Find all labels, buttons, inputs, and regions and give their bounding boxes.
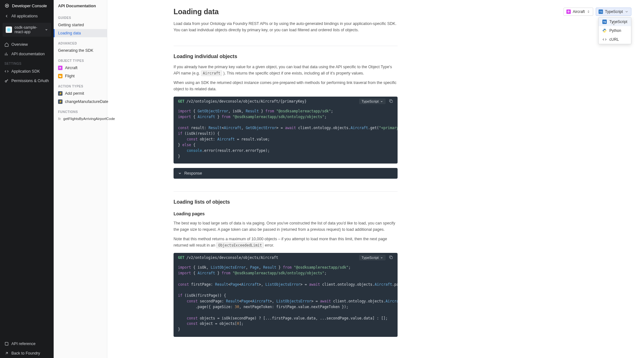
section-lists-heading: Loading lists of objects — [174, 191, 398, 205]
page-title: Loading data — [174, 8, 398, 16]
brand-title: Developer Console — [12, 3, 47, 8]
chevron-down-icon — [45, 28, 48, 31]
chevron-down-icon — [380, 256, 383, 259]
nav-app-sdk-label: Application SDK — [11, 69, 40, 74]
code-icon — [4, 69, 9, 74]
nav-back-label: Back to Foundry — [11, 351, 40, 355]
nav-application-sdk[interactable]: Application SDK — [0, 67, 54, 76]
doc-aircraft[interactable]: ✈ Aircraft — [54, 64, 107, 72]
language-selector[interactable]: TS TypeScript — [596, 8, 631, 16]
doc-loading-data[interactable]: Loading data — [54, 29, 107, 37]
lang-option-curl[interactable]: cURL — [599, 35, 631, 44]
code-lang-label: TypeScript — [362, 256, 379, 260]
code-header-1: GET /v2/ontologies/devconsole/objects/Ai… — [174, 97, 398, 106]
key-icon — [4, 79, 9, 83]
chevron-down-icon — [380, 100, 383, 103]
nav-permissions-oauth[interactable]: Permissions & OAuth — [0, 76, 54, 86]
lang-option-python[interactable]: Python — [599, 26, 631, 35]
object-type-selector[interactable]: ✈ Aircraft — [564, 8, 593, 16]
all-applications-label: All applications — [11, 14, 38, 18]
doc-flight[interactable]: ⇆ Flight — [54, 72, 107, 80]
code-body-2[interactable]: import { isOk, ListObjectsError, Page, R… — [174, 262, 398, 337]
svg-point-2 — [9, 29, 9, 30]
individual-paragraph-1: If you already have the primary key valu… — [174, 64, 398, 76]
primary-sidebar: Developer Console All applications osdk-… — [0, 0, 54, 358]
action-icon: ⚡ — [58, 99, 62, 104]
nav-api-ref-label: API reference — [11, 342, 35, 346]
code-lang-selector[interactable]: TypeScript — [359, 255, 386, 260]
section-action-types: ACTION TYPES — [54, 80, 107, 89]
app-name-label: osdk-sample-react-app — [15, 25, 42, 34]
doc-generating-sdk[interactable]: Generating the SDK — [54, 46, 107, 55]
section-settings: SETTINGS — [0, 59, 54, 67]
python-icon — [602, 28, 607, 33]
book-icon — [4, 342, 9, 346]
lang-option-typescript[interactable]: TS TypeScript — [599, 17, 631, 26]
code-header-2: GET /v2/ontologies/devconsole/objects/Ai… — [174, 253, 398, 262]
current-app-selector[interactable]: osdk-sample-react-app — [3, 23, 51, 37]
http-method: GET — [178, 255, 185, 260]
home-icon — [4, 42, 9, 47]
section-guides: GUIDES — [54, 12, 107, 21]
doc-sidebar: API Documentation GUIDES Getting started… — [54, 0, 107, 358]
brand-header: Developer Console — [0, 0, 54, 11]
nav-overview[interactable]: Overview — [0, 40, 54, 49]
pages-paragraph-1: The best way to load large sets of data … — [174, 220, 398, 233]
nav-api-documentation[interactable]: API documentation — [0, 49, 54, 59]
section-pages-heading: Loading pages — [174, 211, 398, 216]
page-controls: ✈ Aircraft TS TypeScript TS TypeScript — [564, 8, 631, 16]
code-brackets-icon — [602, 37, 607, 42]
bar-chart-icon — [4, 52, 9, 56]
text-fragment: ). This returns the specific object if o… — [223, 71, 364, 75]
doc-add-permit[interactable]: ⚡ Add permit — [54, 89, 107, 98]
flight-icon: ⇆ — [58, 74, 62, 78]
chevron-down-icon — [178, 171, 182, 175]
response-label: Response — [184, 171, 202, 176]
object-type-label: Aircraft — [573, 9, 585, 14]
lang-ts-label: TypeScript — [609, 20, 627, 24]
plane-icon: ✈ — [58, 66, 62, 70]
doc-getting-started[interactable]: Getting started — [54, 21, 107, 29]
nav-overview-label: Overview — [11, 42, 28, 47]
lang-curl-label: cURL — [609, 37, 619, 42]
doc-sidebar-title: API Documentation — [54, 0, 107, 12]
response-toggle[interactable]: Response — [174, 168, 398, 179]
plane-icon: ✈ — [566, 9, 571, 14]
section-functions: FUNCTIONS — [54, 106, 107, 115]
action-icon: ⚡ — [58, 91, 62, 96]
section-individual-heading: Loading individual objects — [174, 46, 398, 59]
code-block-1: GET /v2/ontologies/devconsole/objects/Ai… — [174, 97, 398, 164]
doc-change-mfg-date[interactable]: ⚡ changeManufactureDate — [54, 98, 107, 106]
intro-paragraph: Load data from your Ontology via Foundry… — [174, 21, 398, 33]
nav-perms-label: Permissions & OAuth — [11, 79, 49, 83]
svg-rect-8 — [390, 256, 393, 259]
doc-flight-label: Flight — [65, 74, 75, 78]
function-icon: fx — [58, 117, 61, 121]
doc-aircraft-label: Aircraft — [65, 66, 78, 70]
pages-paragraph-2: Note that this method returns a maximum … — [174, 236, 398, 248]
section-advanced: ADVANCED — [54, 37, 107, 46]
individual-paragraph-2: When using an SDK the returned object in… — [174, 80, 398, 92]
http-method: GET — [178, 99, 185, 104]
language-dropdown: TS TypeScript Python cURL — [598, 17, 631, 44]
code-block-2: GET /v2/ontologies/devconsole/objects/Ai… — [174, 253, 398, 337]
text-fragment: error. — [265, 243, 274, 248]
nav-back-to-foundry[interactable]: Back to Foundry — [0, 349, 54, 358]
sort-icon — [587, 10, 590, 14]
nav-api-reference[interactable]: API reference — [0, 339, 54, 349]
chevron-down-icon — [625, 10, 629, 14]
all-applications-link[interactable]: All applications — [0, 11, 54, 21]
svg-rect-7 — [390, 100, 393, 102]
code-body-1[interactable]: import { GetObjectError, isOk, Result } … — [174, 106, 398, 164]
react-app-icon — [6, 27, 12, 33]
external-link-icon — [4, 351, 9, 355]
doc-change-mfg-label: changeManufactureDate — [65, 99, 108, 104]
section-object-types: OBJECT TYPES — [54, 55, 107, 64]
code-lang-selector[interactable]: TypeScript — [359, 98, 386, 104]
copy-button[interactable] — [389, 99, 393, 104]
inline-code-aircraft: Aircraft — [201, 70, 222, 76]
svg-point-1 — [7, 5, 8, 6]
doc-get-flights-fn[interactable]: fx getFlightsByArrivingAirportCode — [54, 115, 107, 122]
inline-code-limit: ObjectsExceededLimit — [216, 242, 263, 248]
copy-button[interactable] — [389, 255, 393, 260]
